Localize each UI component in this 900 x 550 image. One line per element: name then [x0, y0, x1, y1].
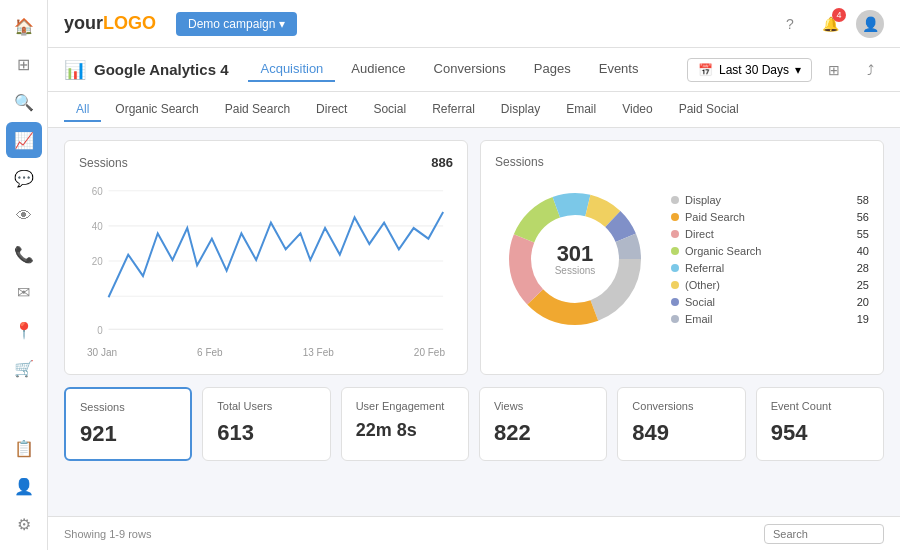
sidebar-location-icon[interactable]: 📍: [6, 312, 42, 348]
stat-views-value: 822: [494, 420, 592, 446]
notification-badge: 4: [832, 8, 846, 22]
sidebar-search-icon[interactable]: 🔍: [6, 84, 42, 120]
sidebar-mail-icon[interactable]: ✉: [6, 274, 42, 310]
sub-nav-paid-social[interactable]: Paid Social: [667, 98, 751, 122]
donut-center-value: 301: [555, 243, 596, 265]
legend-item-email: Email 19: [671, 313, 869, 325]
page-header: 📊 Google Analytics 4 Acquisition Audienc…: [48, 48, 900, 92]
svg-text:20: 20: [92, 256, 103, 267]
date-range-button[interactable]: 📅 Last 30 Days ▾: [687, 58, 812, 82]
donut-chart-area: 301 Sessions: [495, 179, 655, 339]
page-header-right: 📅 Last 30 Days ▾ ⊞ ⤴: [687, 56, 884, 84]
legend-dot-direct: [671, 230, 679, 238]
legend-value-paid-search: 56: [857, 211, 869, 223]
x-axis-labels: 30 Jan 6 Feb 13 Feb 20 Feb: [79, 347, 453, 358]
sub-nav-direct[interactable]: Direct: [304, 98, 359, 122]
sidebar: 🏠 ⊞ 🔍 📈 💬 👁 📞 ✉ 📍 🛒 📋 👤 ⚙: [0, 0, 48, 550]
legend-name-paid-search: Paid Search: [685, 211, 851, 223]
page-title: Google Analytics 4: [94, 61, 228, 78]
demo-campaign-button[interactable]: Demo campaign ▾: [176, 12, 297, 36]
stat-event-count-value: 954: [771, 420, 869, 446]
donut-legend: Display 58 Paid Search 56 Direct 55: [671, 179, 869, 339]
sidebar-reports-icon[interactable]: 📋: [6, 430, 42, 466]
legend-name-referral: Referral: [685, 262, 851, 274]
dashboard: Sessions 886 60 40 20: [48, 128, 900, 516]
sub-nav-video[interactable]: Video: [610, 98, 664, 122]
sidebar-user-icon[interactable]: 👤: [6, 468, 42, 504]
nav-acquisition[interactable]: Acquisition: [248, 57, 335, 82]
sessions-donut-chart-card: Sessions: [480, 140, 884, 375]
stat-conversions-title: Conversions: [632, 400, 730, 412]
legend-name-direct: Direct: [685, 228, 851, 240]
legend-item-paid-search: Paid Search 56: [671, 211, 869, 223]
legend-value-organic-search: 40: [857, 245, 869, 257]
chevron-down-icon: ▾: [795, 63, 801, 77]
stat-total-users: Total Users 613: [202, 387, 330, 461]
legend-dot-email: [671, 315, 679, 323]
sidebar-cart-icon[interactable]: 🛒: [6, 350, 42, 386]
nav-pages[interactable]: Pages: [522, 57, 583, 82]
stat-conversions: Conversions 849: [617, 387, 745, 461]
bottom-bar: Showing 1-9 rows: [48, 516, 900, 550]
sub-nav-email[interactable]: Email: [554, 98, 608, 122]
logo-area: yourLOGO: [64, 13, 156, 34]
stat-user-engagement: User Engagement 22m 8s: [341, 387, 469, 461]
sidebar-analytics-icon[interactable]: 📈: [6, 122, 42, 158]
stat-sessions: Sessions 921: [64, 387, 192, 461]
x-label-4: 20 Feb: [414, 347, 445, 358]
stat-conversions-value: 849: [632, 420, 730, 446]
page-title-area: 📊 Google Analytics 4: [64, 59, 228, 81]
legend-dot-other: [671, 281, 679, 289]
sidebar-settings-icon[interactable]: ⚙: [6, 506, 42, 542]
legend-name-other: (Other): [685, 279, 851, 291]
sub-nav-display[interactable]: Display: [489, 98, 552, 122]
page-nav: Acquisition Audience Conversions Pages E…: [248, 57, 666, 82]
sidebar-home-icon[interactable]: 🏠: [6, 8, 42, 44]
legend-item-referral: Referral 28: [671, 262, 869, 274]
nav-events[interactable]: Events: [587, 57, 651, 82]
search-input[interactable]: [764, 524, 884, 544]
nav-audience[interactable]: Audience: [339, 57, 417, 82]
stat-views-title: Views: [494, 400, 592, 412]
legend-name-social: Social: [685, 296, 851, 308]
sub-nav-all[interactable]: All: [64, 98, 101, 122]
svg-text:40: 40: [92, 221, 103, 232]
x-label-1: 30 Jan: [87, 347, 117, 358]
nav-conversions[interactable]: Conversions: [422, 57, 518, 82]
x-label-3: 13 Feb: [303, 347, 334, 358]
donut-chart-header: Sessions: [495, 155, 869, 169]
logo-text: yourLOGO: [64, 13, 156, 34]
sidebar-phone-icon[interactable]: 📞: [6, 236, 42, 272]
sidebar-grid-icon[interactable]: ⊞: [6, 46, 42, 82]
stat-event-count: Event Count 954: [756, 387, 884, 461]
sub-nav-referral[interactable]: Referral: [420, 98, 487, 122]
user-avatar[interactable]: 👤: [856, 10, 884, 38]
stat-total-users-title: Total Users: [217, 400, 315, 412]
legend-item-direct: Direct 55: [671, 228, 869, 240]
legend-name-organic-search: Organic Search: [685, 245, 851, 257]
sub-nav-social[interactable]: Social: [361, 98, 418, 122]
grid-view-button[interactable]: ⊞: [820, 56, 848, 84]
legend-value-email: 19: [857, 313, 869, 325]
sidebar-chat-icon[interactable]: 💬: [6, 160, 42, 196]
stats-row: Sessions 921 Total Users 613 User Engage…: [64, 387, 884, 461]
sub-nav-paid-search[interactable]: Paid Search: [213, 98, 302, 122]
notifications-button[interactable]: 🔔 4: [816, 10, 844, 38]
legend-value-display: 58: [857, 194, 869, 206]
legend-value-other: 25: [857, 279, 869, 291]
legend-value-direct: 55: [857, 228, 869, 240]
legend-value-social: 20: [857, 296, 869, 308]
donut-center-label: Sessions: [555, 265, 596, 276]
stat-user-engagement-title: User Engagement: [356, 400, 454, 412]
sub-nav: All Organic Search Paid Search Direct So…: [48, 92, 900, 128]
line-chart-container: 60 40 20 0 30 Jan 6 Feb 13 Feb 20 Feb: [79, 180, 453, 360]
share-button[interactable]: ⤴: [856, 56, 884, 84]
analytics-bar-icon: 📊: [64, 59, 86, 81]
sub-nav-organic-search[interactable]: Organic Search: [103, 98, 210, 122]
sidebar-eye-icon[interactable]: 👁: [6, 198, 42, 234]
help-button[interactable]: ?: [776, 10, 804, 38]
dropdown-arrow-icon: ▾: [279, 17, 285, 31]
legend-dot-display: [671, 196, 679, 204]
sessions-line-chart-card: Sessions 886 60 40 20: [64, 140, 468, 375]
legend-name-display: Display: [685, 194, 851, 206]
